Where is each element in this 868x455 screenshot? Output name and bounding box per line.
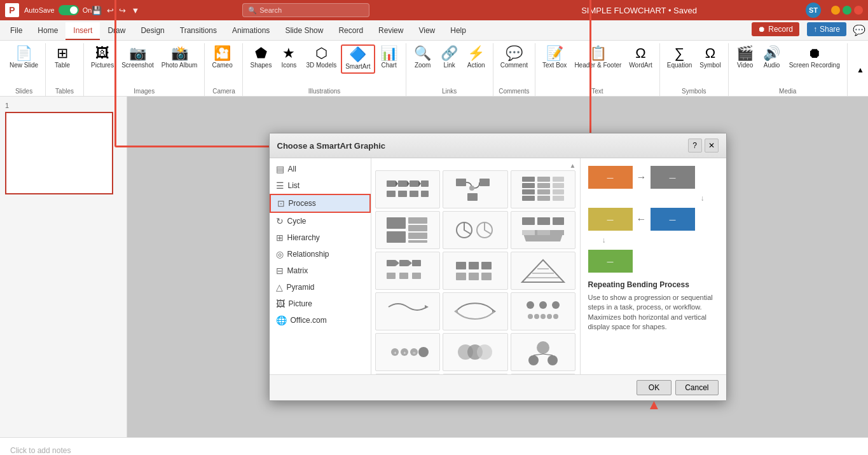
sidebar-item-hierarchy[interactable]: ⊞ Hierarchy	[270, 229, 371, 246]
smartart-option-16[interactable]	[375, 374, 441, 374]
zoom-button[interactable]: 🔍 Zoom	[410, 44, 436, 71]
dialog-close-btn[interactable]: ✕	[705, 139, 719, 153]
smartart-option-14[interactable]	[443, 333, 508, 371]
equation-button[interactable]: ∑ Equation	[664, 44, 695, 71]
svg-marker-1	[396, 180, 398, 187]
smartart-option-15[interactable]	[511, 333, 576, 371]
sidebar-item-matrix[interactable]: ⊟ Matrix	[270, 262, 371, 279]
tab-help[interactable]: Help	[443, 22, 474, 40]
smartart-option-8[interactable]	[443, 252, 508, 290]
wordart-button[interactable]: Ω WordArt	[626, 44, 656, 71]
link-button[interactable]: 🔗 Link	[437, 44, 462, 71]
shapes-button[interactable]: ⬟ Shapes	[247, 44, 275, 71]
smartart-option-10[interactable]	[375, 292, 441, 330]
smartart-option-13[interactable]: + + =	[375, 333, 441, 371]
smartart-option-9[interactable]	[511, 252, 576, 290]
cameo-button[interactable]: 🎦 Cameo	[209, 44, 235, 71]
photo-album-button[interactable]: 📸 Photo Album	[158, 44, 201, 71]
tab-record[interactable]: Record	[331, 22, 371, 40]
share-button[interactable]: ↑ Share	[807, 22, 846, 36]
sidebar-item-all[interactable]: ▤ All	[270, 161, 371, 177]
app-logo: P	[5, 3, 19, 17]
symbol-button[interactable]: Ω Symbol	[696, 44, 724, 71]
3d-models-button[interactable]: ⬡ 3D Models	[303, 44, 340, 71]
maximize-btn[interactable]	[843, 6, 851, 15]
screenshot-button[interactable]: 📷 Screenshot	[118, 44, 157, 71]
header-footer-button[interactable]: 📋 Header & Footer	[571, 44, 624, 71]
preview-box-green: —	[588, 250, 633, 273]
record-button[interactable]: ⏺ Record	[752, 22, 799, 36]
icons-button[interactable]: ★ Icons	[276, 44, 301, 71]
sidebar-item-list[interactable]: ☰ List	[270, 177, 371, 194]
user-avatar[interactable]: ST	[806, 3, 821, 18]
smartart-option-4[interactable]	[375, 211, 441, 249]
new-slide-button[interactable]: 📄 New Slide	[6, 44, 41, 71]
video-button[interactable]: 🎬 Video	[733, 44, 758, 71]
sidebar-item-relationship[interactable]: ◎ Relationship	[270, 246, 371, 262]
action-button[interactable]: ⚡ Action	[464, 44, 489, 71]
text-box-button[interactable]: 📝 Text Box	[539, 44, 570, 71]
undo-icon[interactable]: ↩	[107, 6, 114, 15]
tab-file[interactable]: File	[3, 22, 30, 40]
sidebar-item-pyramid[interactable]: △ Pyramid	[270, 279, 371, 295]
tab-animations[interactable]: Animations	[224, 22, 277, 40]
smartart-option-3[interactable]	[511, 170, 576, 208]
pictures-button[interactable]: 🖼 Pictures	[88, 44, 117, 71]
office-icon: 🌐	[276, 315, 287, 325]
chat-icon[interactable]: 💬	[853, 24, 865, 36]
smartart-option-2[interactable]	[443, 170, 508, 208]
smartart-option-6[interactable]	[511, 211, 576, 249]
screenshot-label: Screenshot	[121, 62, 154, 69]
tab-draw[interactable]: Draw	[100, 22, 133, 40]
share-label: Share	[820, 25, 840, 34]
cameo-icon: 🎦	[214, 46, 231, 60]
smartart-option-12[interactable]	[511, 292, 576, 330]
smartart-button[interactable]: 🔷 SmartArt	[341, 44, 375, 74]
matrix-icon: ⊟	[276, 266, 284, 276]
redo-icon[interactable]: ↪	[119, 6, 126, 15]
slide-thumbnail[interactable]	[5, 112, 113, 194]
chart-button[interactable]: 📊 Chart	[376, 44, 402, 71]
audio-icon: 🔊	[763, 46, 780, 60]
preview-box-blue: —	[651, 208, 695, 231]
sidebar-item-picture[interactable]: 🖼 Picture	[270, 295, 371, 312]
minimize-btn[interactable]	[831, 6, 840, 15]
smartart-option-1[interactable]	[375, 170, 441, 208]
smartart-option-17[interactable]	[443, 374, 508, 374]
smartart-option-11[interactable]	[443, 292, 508, 330]
preview-text-1: —	[607, 174, 614, 181]
tab-slideshow[interactable]: Slide Show	[277, 22, 331, 40]
tab-transitions[interactable]: Transitions	[172, 22, 224, 40]
tab-insert[interactable]: Insert	[65, 22, 100, 40]
more-icon[interactable]: ▼	[131, 6, 139, 15]
sidebar-item-cycle[interactable]: ↻ Cycle	[270, 213, 371, 229]
screen-recording-button[interactable]: ⏺ Screen Recording	[786, 44, 843, 71]
tab-design[interactable]: Design	[133, 22, 172, 40]
title-bar-search[interactable]: 🔍 Search	[242, 3, 369, 17]
preview-box-yellow: —	[588, 208, 633, 231]
smartart-option-7[interactable]	[375, 252, 441, 290]
close-btn[interactable]	[854, 6, 863, 15]
tab-review[interactable]: Review	[371, 22, 411, 40]
dialog-ok-button[interactable]: OK	[637, 380, 672, 395]
ribbon-collapse-btn[interactable]: ▲	[855, 43, 865, 96]
save-icon[interactable]: 💾	[92, 6, 102, 15]
dialog-cancel-button[interactable]: Cancel	[675, 380, 718, 395]
autosave-toggle[interactable]	[59, 5, 79, 15]
notes-area[interactable]: Click to add notes	[0, 437, 868, 455]
tab-view[interactable]: View	[411, 22, 443, 40]
comment-button[interactable]: 💬 Comment	[497, 44, 531, 71]
relationship-label: Relationship	[287, 250, 329, 259]
svg-rect-15	[522, 177, 535, 182]
audio-button[interactable]: 🔊 Audio	[759, 44, 785, 71]
tab-home[interactable]: Home	[30, 22, 65, 40]
sidebar-item-office[interactable]: 🌐 Office.com	[270, 312, 371, 329]
sidebar-item-process[interactable]: ⊡ Process	[270, 194, 371, 213]
smartart-option-5[interactable]	[443, 211, 508, 249]
smartart-dialog: Choose a SmartArt Graphic ? ✕ ▤ All	[269, 133, 727, 401]
table-button[interactable]: ⊞ Table	[50, 44, 75, 71]
smartart-option-18[interactable]	[511, 374, 576, 374]
dialog-help-btn[interactable]: ?	[688, 139, 702, 153]
svg-rect-11	[456, 179, 466, 186]
dialog-grid: + + =	[375, 170, 576, 374]
